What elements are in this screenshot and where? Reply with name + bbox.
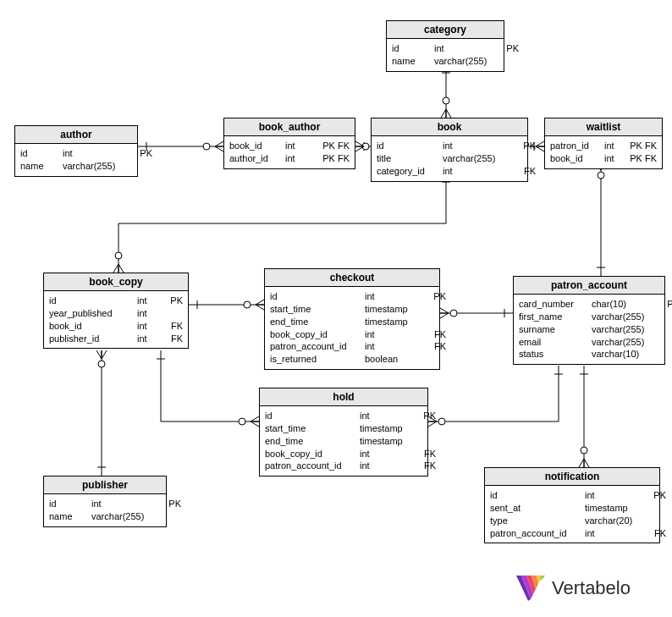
column-type: varchar(255) (592, 336, 654, 349)
column-key: PK (417, 410, 436, 422)
entity-checkout: checkoutidintPKstart_timetimestampend_ti… (264, 268, 440, 370)
table-row: namevarchar(255) (49, 510, 161, 523)
entity-title: publisher (44, 477, 166, 494)
entity-title: waitlist (545, 118, 662, 136)
table-row: book_idintPK FK (550, 152, 657, 165)
column-name: surname (519, 323, 583, 336)
column-type: int (585, 527, 641, 540)
column-name: book_copy_id (265, 448, 351, 460)
entity-body: patron_idintPK FKbook_idintPK FK (545, 136, 662, 168)
column-key: FK (152, 333, 183, 345)
column-type: timestamp (365, 316, 421, 328)
entity-title: hold (260, 388, 427, 406)
column-name: book_copy_id (270, 328, 356, 341)
table-row: start_timetimestamp (265, 422, 422, 435)
column-name: patron_account_id (270, 340, 356, 353)
column-key: FK (647, 527, 666, 540)
column-key: PK (661, 298, 672, 311)
column-key: PK (134, 147, 152, 160)
column-type: int (365, 340, 421, 353)
entity-waitlist: waitlistpatron_idintPK FKbook_idintPK FK (544, 118, 663, 169)
entity-body: idintPKyear_publishedintbook_idintFKpubl… (44, 291, 188, 348)
table-row: year_publishedint (49, 307, 183, 320)
column-key: FK (417, 460, 436, 472)
entity-title: book_copy (44, 273, 188, 291)
column-type: int (360, 460, 410, 472)
entity-title: book (372, 118, 527, 136)
column-name: title (377, 152, 434, 165)
column-name: card_number (519, 298, 583, 311)
column-type: timestamp (360, 422, 410, 435)
column-key: PK FK (628, 140, 657, 152)
column-name: id (265, 410, 351, 422)
table-row: end_timetimestamp (265, 435, 422, 448)
column-name: name (20, 160, 54, 173)
entity-body: idintPKtitlevarchar(255)category_idintFK (372, 136, 527, 181)
column-type: int (63, 147, 127, 160)
entity-patron_account: patron_accountcard_numberchar(10)PKfirst… (513, 276, 665, 365)
entity-author: authoridintPKnamevarchar(255) (14, 125, 138, 177)
column-type: varchar(255) (443, 152, 510, 165)
column-type: int (137, 295, 146, 307)
column-name: sent_at (490, 502, 576, 515)
column-name: status (519, 348, 583, 361)
entity-body: idintPKnamevarchar(255) (15, 144, 137, 176)
table-row: book_copy_idintFK (265, 448, 422, 460)
column-name: id (490, 489, 576, 502)
column-name: category_id (377, 165, 434, 178)
table-row: patron_account_idintFK (270, 340, 434, 353)
column-name: book_id (49, 320, 129, 333)
entity-body: idintPKnamevarchar(255) (387, 39, 504, 71)
table-row: titlevarchar(255) (377, 152, 522, 165)
column-name: id (377, 140, 434, 152)
entity-title: book_author (224, 118, 355, 136)
column-type: varchar(20) (585, 515, 641, 527)
column-type: timestamp (360, 435, 410, 448)
column-key: FK (517, 165, 536, 178)
table-row: typevarchar(20) (490, 515, 654, 527)
entity-book_author: book_authorbook_idintPK FKauthor_idintPK… (223, 118, 355, 169)
column-type: int (365, 290, 421, 303)
column-type: varchar(255) (592, 311, 654, 323)
entity-body: idintPKstart_timetimestampend_timetimest… (260, 406, 427, 476)
column-key: PK (500, 42, 519, 55)
column-name: book_id (550, 152, 596, 165)
column-name: is_returned (270, 353, 356, 366)
column-type: char(10) (592, 298, 654, 311)
table-row: namevarchar(255) (392, 55, 498, 68)
table-row: idintPK (20, 147, 132, 160)
column-key: FK (427, 328, 446, 341)
column-type: int (443, 165, 510, 178)
table-row: patron_account_idintFK (265, 460, 422, 472)
entity-publisher: publisheridintPKnamevarchar(255) (43, 476, 167, 527)
column-type: int (443, 140, 510, 152)
table-row: book_idintPK FK (229, 140, 350, 152)
column-name: patron_id (550, 140, 596, 152)
entity-body: card_numberchar(10)PKfirst_namevarchar(2… (514, 295, 664, 364)
table-row: publisher_idintFK (49, 333, 183, 345)
column-type: int (137, 333, 146, 345)
entity-notification: notificationidintPKsent_attimestamptypev… (484, 467, 660, 543)
column-type: timestamp (365, 303, 421, 316)
column-name: book_id (229, 140, 277, 152)
column-type: int (137, 320, 146, 333)
column-type: int (360, 448, 410, 460)
column-key: PK FK (309, 140, 350, 152)
table-row: idintPK (392, 42, 498, 55)
column-type: int (91, 498, 156, 510)
entity-title: category (387, 21, 504, 39)
column-key: FK (152, 320, 183, 333)
column-name: id (49, 498, 83, 510)
column-key: PK FK (628, 152, 657, 165)
column-name: name (49, 510, 83, 523)
vertabelo-logo-icon (516, 576, 545, 601)
column-type: varchar(10) (592, 348, 654, 361)
column-type: int (365, 328, 421, 341)
table-row: idintPK (490, 489, 654, 502)
column-type: varchar(255) (63, 160, 127, 173)
column-name: id (392, 42, 426, 55)
entity-body: idintPKstart_timetimestampend_timetimest… (265, 287, 439, 369)
column-type: boolean (365, 353, 421, 366)
entity-book: bookidintPKtitlevarchar(255)category_idi… (371, 118, 528, 182)
entity-title: author (15, 126, 137, 144)
